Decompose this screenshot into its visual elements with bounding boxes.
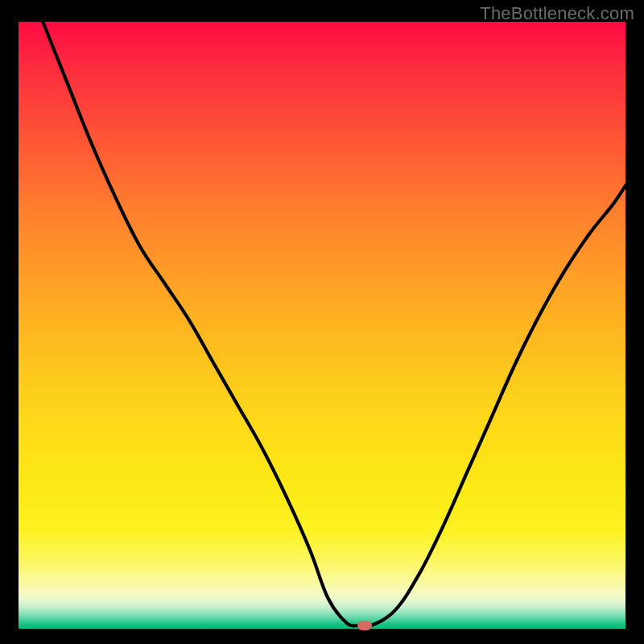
plot-area [19,22,625,629]
bottleneck-curve [19,22,625,629]
watermark-text: TheBottleneck.com [480,3,634,24]
chart-frame: TheBottleneck.com [0,0,644,644]
optimal-point-marker [357,621,372,630]
